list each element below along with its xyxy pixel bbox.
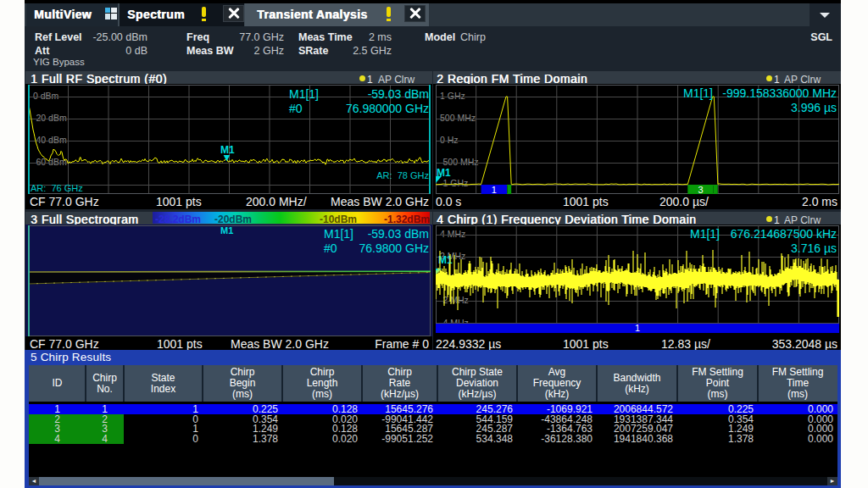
svg-text:3: 3 xyxy=(698,185,703,195)
svg-text:1: 1 xyxy=(492,185,497,195)
